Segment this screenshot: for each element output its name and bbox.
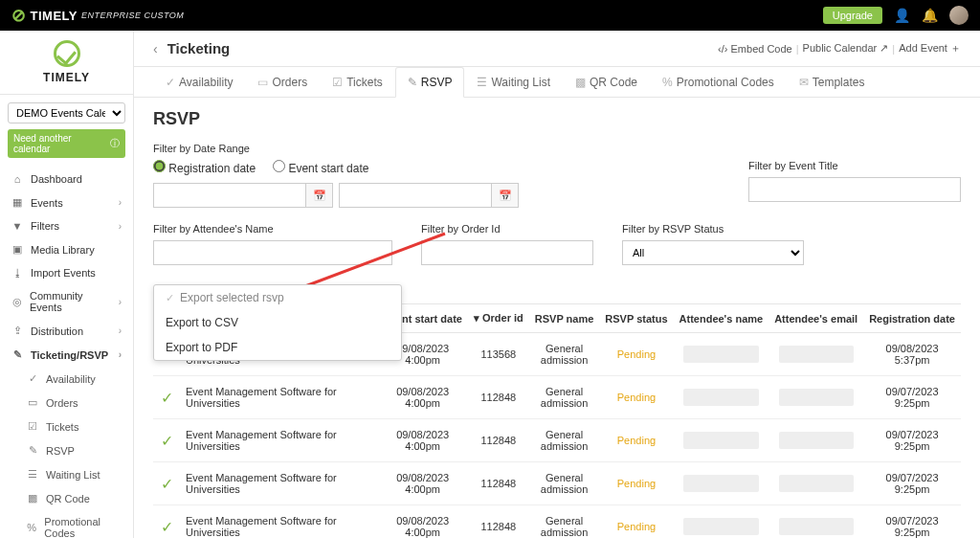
cell-attendee-name [674,333,769,376]
cell-status: Pending [599,462,673,505]
nav-label: Dashboard [31,173,82,185]
nav-icon: ☑ [27,420,38,433]
nav-label: Distribution [31,325,83,337]
avatar[interactable] [949,6,969,25]
sidebar-item-dashboard[interactable]: ⌂Dashboard [0,168,133,191]
table-row[interactable]: ✓Event Management Software for Universit… [153,376,961,419]
nav-label: Tickets [46,421,78,433]
radio-event-start-date[interactable]: Event start date [273,160,368,175]
bell-icon[interactable]: 🔔 [922,8,938,23]
sidebar-sub-tickets[interactable]: ☑Tickets [0,415,133,438]
sidebar-item-media-library[interactable]: ▣Media Library [0,237,133,261]
table-row[interactable]: ✓Event Management Software for Universit… [153,462,961,505]
sidebar-sub-promotional-codes[interactable]: %Promotional Codes [0,510,133,538]
tab-rsvp[interactable]: ✎RSVP [395,67,465,98]
cell-order: 112848 [468,419,529,462]
cell-rsvp-name: Generaladmission [529,462,600,505]
table-row[interactable]: ✓Event Management Software for Universit… [153,419,961,462]
tab-orders[interactable]: ▭Orders [245,67,320,98]
col-registration-date[interactable]: Registration date [863,304,961,333]
sidebar-item-events[interactable]: ▦Events› [0,191,133,214]
col-attendee-name[interactable]: Attendee's name [674,304,769,333]
export-dropdown-header: Export selected rsvp [154,285,401,310]
col-rsvp-status[interactable]: RSVP status [599,304,673,333]
cell-reg-date: 09/07/20239:25pm [863,505,961,539]
sidebar-sub-availability[interactable]: ✓Availability [0,367,133,391]
nav-label: QR Code [46,493,90,504]
cell-attendee-name [674,376,769,419]
tab-waiting-list[interactable]: ☰Waiting List [464,67,563,98]
chevron-right-icon: › [119,297,122,307]
main-header: ‹ Ticketing ‹/› Embed Code | Public Cale… [134,31,980,67]
date-to-input[interactable] [339,183,492,208]
tab-label: Templates [813,76,865,89]
sidebar-item-filters[interactable]: ▼Filters› [0,214,133,237]
sidebar-sub-rsvp[interactable]: ✎RSVP [0,438,133,462]
brand-suffix: ENTERPRISE CUSTOM [81,11,184,20]
cell-attendee-name [674,505,769,539]
col-order-id[interactable]: ▾ Order id [468,304,529,333]
calendar-icon[interactable]: 📅 [492,183,519,208]
nav-label: Community Events [30,290,111,313]
sidebar-item-import-events[interactable]: ⭳Import Events [0,261,133,284]
col-rsvp-name[interactable]: RSVP name [529,304,600,333]
nav-icon: ▦ [11,196,23,209]
plus-icon: ＋ [950,42,961,54]
radio-registration-date[interactable]: Registration date [153,160,256,175]
chevron-right-icon: › [119,325,122,336]
separator: | [796,43,799,55]
tab-tickets[interactable]: ☑Tickets [320,67,395,98]
cell-rsvp-name: Generaladmission [529,505,600,539]
nav-icon: % [27,522,36,533]
tab-label: QR Code [590,76,637,89]
brand-name: TIMELY [31,9,78,23]
separator: | [892,43,895,55]
nav-icon: ☰ [27,468,38,481]
check-icon: ✓ [161,390,173,406]
sidebar-item-distribution[interactable]: ⇪Distribution› [0,319,133,343]
cell-reg-date: 09/07/20239:25pm [863,462,961,505]
sidebar-item-community-events[interactable]: ◎Community Events› [0,284,133,319]
need-calendar-button[interactable]: Need another calendar ⓘ [8,129,125,158]
calendar-icon[interactable]: 📅 [306,183,333,208]
info-icon: ⓘ [110,137,120,150]
attendee-name-input[interactable] [153,240,392,265]
tab-qr-code[interactable]: ▩QR Code [563,67,650,98]
export-pdf-item[interactable]: Export to PDF [154,335,401,360]
col-attendee-email[interactable]: Attendee's email [768,304,863,333]
sidebar-brand: TIMELY [0,31,133,95]
cell-status: Pending [599,376,673,419]
content: RSVP Filter by Date Range Registration d… [134,98,980,538]
order-id-input[interactable] [421,240,593,265]
chevron-right-icon: › [119,221,122,232]
back-chevron-icon[interactable]: ‹ [153,41,158,56]
nav-label: Availability [46,373,96,385]
export-csv-item[interactable]: Export to CSV [154,310,401,335]
tab-promotional-codes[interactable]: %Promotional Codes [650,67,787,98]
nav-label: Media Library [31,244,95,256]
tab-icon: ✓ [166,76,175,89]
status-select[interactable]: All [622,240,804,265]
nav-label: Ticketing/RSVP [31,349,108,361]
cell-rsvp-name: Generaladmission [529,333,600,376]
event-title-input[interactable] [748,177,961,202]
sidebar-sub-orders[interactable]: ▭Orders [0,391,133,415]
tab-templates[interactable]: ✉Templates [787,67,878,98]
embed-code-link[interactable]: ‹/› Embed Code [718,43,792,55]
nav-icon: ▣ [11,243,23,256]
nav-label: Orders [46,397,78,409]
sidebar-item-ticketing-rsvp[interactable]: ✎Ticketing/RSVP› [0,343,133,367]
sidebar-sub-qr-code[interactable]: ▩QR Code [0,486,133,510]
date-from-input[interactable] [153,183,306,208]
tab-availability[interactable]: ✓Availability [153,67,245,98]
cell-order: 112848 [468,505,529,539]
table-row[interactable]: ✓Event Management Software for Universit… [153,505,961,539]
cell-status: Pending [599,505,673,539]
sidebar-sub-waiting-list[interactable]: ☰Waiting List [0,462,133,486]
public-calendar-link[interactable]: Public Calendar ↗ [803,42,889,55]
add-event-link[interactable]: Add Event ＋ [899,41,961,56]
user-icon[interactable]: 👤 [894,8,910,23]
upgrade-button[interactable]: Upgrade [823,7,882,24]
tab-label: Tickets [346,76,383,89]
calendar-selector[interactable]: DEMO Events Calendar (M• [8,102,125,123]
